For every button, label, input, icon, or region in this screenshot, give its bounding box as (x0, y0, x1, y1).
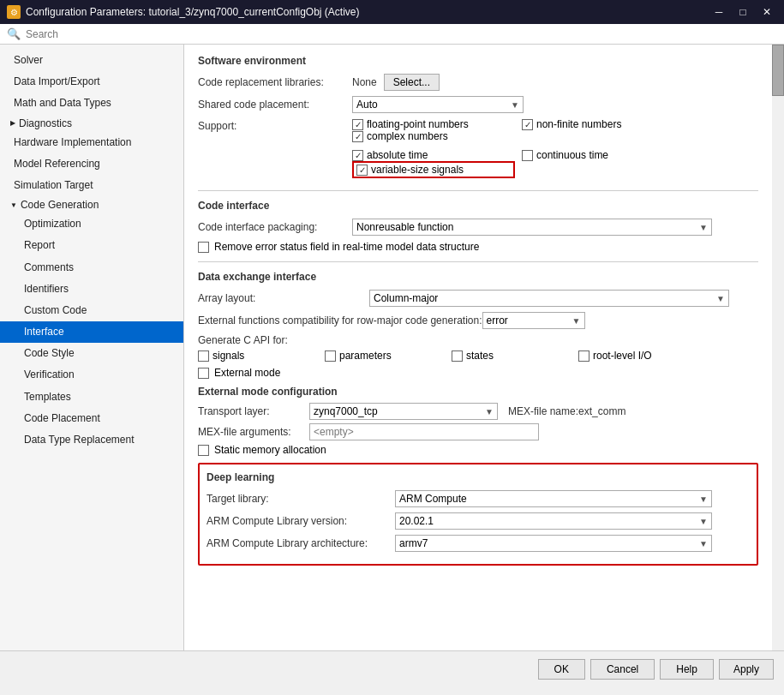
code-interface-packaging-select[interactable]: Nonreusable function ▼ (352, 219, 712, 236)
static-memory-checkbox[interactable] (198, 445, 209, 456)
mex-args-label: MEX-file arguments: (198, 426, 309, 438)
maximize-button[interactable]: □ (733, 3, 753, 21)
api-parameters-item: parameters (325, 350, 445, 362)
complex-numbers-checkbox[interactable] (352, 131, 363, 142)
shared-code-arrow: ▼ (511, 100, 519, 110)
non-finite-checkbox[interactable] (522, 119, 533, 130)
api-parameters-checkbox[interactable] (325, 350, 336, 362)
arm-arch-select[interactable]: armv7 ▼ (395, 535, 712, 552)
external-mode-checkbox[interactable] (198, 368, 209, 379)
transport-arrow: ▼ (485, 407, 494, 416)
arm-version-row: ARM Compute Library version: 20.02.1 ▼ (206, 512, 750, 530)
sidebar-item-code-placement[interactable]: Code Placement (0, 408, 183, 429)
help-button[interactable]: Help (660, 659, 714, 680)
api-root-io-checkbox[interactable] (578, 350, 589, 362)
static-memory-row: Static memory allocation (198, 444, 758, 456)
floating-point-label: floating-point numbers (367, 118, 469, 130)
code-replacement-label: Code replacement libraries: (198, 76, 352, 88)
triangle-down-icon: ▼ (10, 201, 17, 209)
api-signals-checkbox[interactable] (198, 350, 209, 362)
sidebar-item-identifiers[interactable]: Identifiers (0, 279, 183, 300)
floating-point-checkbox[interactable] (352, 119, 363, 130)
window-title: Configuration Parameters: tutorial_3/zyn… (26, 6, 360, 18)
search-input[interactable] (26, 28, 777, 40)
variable-size-checkbox[interactable] (356, 165, 368, 176)
code-interface-packaging-label: Code interface packaging: (198, 221, 352, 233)
absolute-time-item: absolute time (352, 149, 515, 161)
absolute-time-checkbox[interactable] (352, 150, 363, 161)
sidebar-item-math-data[interactable]: Math and Data Types (0, 93, 183, 114)
transport-layer-label: Transport layer: (198, 405, 309, 417)
ok-button[interactable]: OK (538, 659, 585, 680)
sidebar-item-sim-target[interactable]: Simulation Target (0, 175, 183, 196)
code-interface-packaging-row: Code interface packaging: Nonreusable fu… (198, 219, 758, 236)
non-finite-label: non-finite numbers (536, 118, 621, 130)
cancel-button[interactable]: Cancel (590, 659, 655, 680)
sidebar-item-hardware[interactable]: Hardware Implementation (0, 132, 183, 153)
api-states-checkbox[interactable] (452, 350, 463, 362)
select-button[interactable]: Select... (384, 74, 440, 91)
sidebar-item-comments[interactable]: Comments (0, 257, 183, 279)
code-interface-title: Code interface (198, 200, 758, 212)
shared-code-label: Shared code placement: (198, 99, 352, 111)
apply-button[interactable]: Apply (719, 659, 774, 680)
scrollbar-thumb[interactable] (772, 45, 784, 96)
shared-code-select[interactable]: Auto ▼ (352, 96, 524, 113)
sidebar-item-report[interactable]: Report (0, 235, 183, 256)
scrollbar[interactable] (772, 45, 784, 650)
data-exchange-title: Data exchange interface (198, 271, 758, 283)
minimize-button[interactable]: ─ (709, 3, 729, 21)
mex-file-name-label: MEX-file name: (508, 405, 578, 417)
target-library-label: Target library: (206, 493, 395, 505)
remove-error-label: Remove error status field in real-time m… (214, 241, 479, 253)
ext-compat-row: External functions compatibility for row… (198, 312, 758, 329)
software-env-title: Software environment (198, 55, 758, 67)
sidebar: Solver Data Import/Export Math and Data … (0, 45, 184, 650)
sidebar-item-verification[interactable]: Verification (0, 364, 183, 386)
content-area: Software environment Code replacement li… (184, 45, 772, 650)
sidebar-item-optimization[interactable]: Optimization (0, 213, 183, 235)
sidebar-item-custom-code[interactable]: Custom Code (0, 300, 183, 321)
sidebar-item-data-type-replacement[interactable]: Data Type Replacement (0, 429, 183, 451)
close-button[interactable]: ✕ (757, 3, 777, 21)
array-layout-select[interactable]: Column-major ▼ (369, 290, 729, 307)
sidebar-item-interface[interactable]: Interface (0, 321, 183, 343)
api-parameters-label: parameters (339, 350, 392, 362)
absolute-time-label: absolute time (367, 149, 428, 161)
bottom-bar: OK Cancel Help Apply (0, 650, 784, 686)
sidebar-item-data-import[interactable]: Data Import/Export (0, 71, 183, 93)
sidebar-item-diagnostics[interactable]: ▶ Diagnostics (0, 115, 183, 132)
transport-layer-select[interactable]: zynq7000_tcp ▼ (309, 403, 498, 420)
support-row-1: floating-point numbers non-finite number… (352, 118, 758, 142)
remove-error-row: Remove error status field in real-time m… (198, 241, 758, 253)
array-layout-label: Array layout: (198, 292, 369, 304)
ext-compat-arrow: ▼ (572, 316, 581, 326)
arm-arch-arrow: ▼ (699, 539, 708, 548)
deep-learning-title: Deep learning (206, 471, 750, 483)
target-library-select[interactable]: ARM Compute ▼ (395, 490, 712, 507)
search-bar: 🔍 (0, 24, 784, 45)
api-checks: signals parameters states root-level I/O (198, 350, 758, 362)
continuous-time-checkbox[interactable] (522, 150, 533, 161)
remove-error-checkbox[interactable] (198, 242, 209, 253)
sidebar-item-templates[interactable]: Templates (0, 386, 183, 408)
sidebar-item-code-style[interactable]: Code Style (0, 343, 183, 364)
arm-version-select[interactable]: 20.02.1 ▼ (395, 512, 712, 530)
target-library-arrow: ▼ (699, 494, 708, 504)
complex-numbers-label: complex numbers (367, 130, 448, 142)
static-memory-label: Static memory allocation (214, 444, 326, 456)
mex-file-name-value: ext_comm (578, 405, 625, 417)
deep-learning-section: Deep learning Target library: ARM Comput… (198, 463, 758, 566)
sidebar-item-solver[interactable]: Solver (0, 50, 183, 71)
sidebar-item-model-ref[interactable]: Model Referencing (0, 153, 183, 175)
generate-api-label: Generate C API for: (198, 334, 758, 346)
api-states-label: states (466, 350, 494, 362)
sidebar-item-code-gen[interactable]: ▼ Code Generation (0, 196, 183, 213)
complex-numbers-item: complex numbers (352, 130, 515, 142)
variable-size-item: variable-size signals (352, 161, 515, 178)
target-library-row: Target library: ARM Compute ▼ (206, 490, 750, 507)
triangle-icon: ▶ (10, 119, 15, 127)
mex-args-input[interactable] (309, 423, 539, 440)
api-states-item: states (452, 350, 572, 362)
ext-compat-select[interactable]: error ▼ (482, 312, 585, 329)
